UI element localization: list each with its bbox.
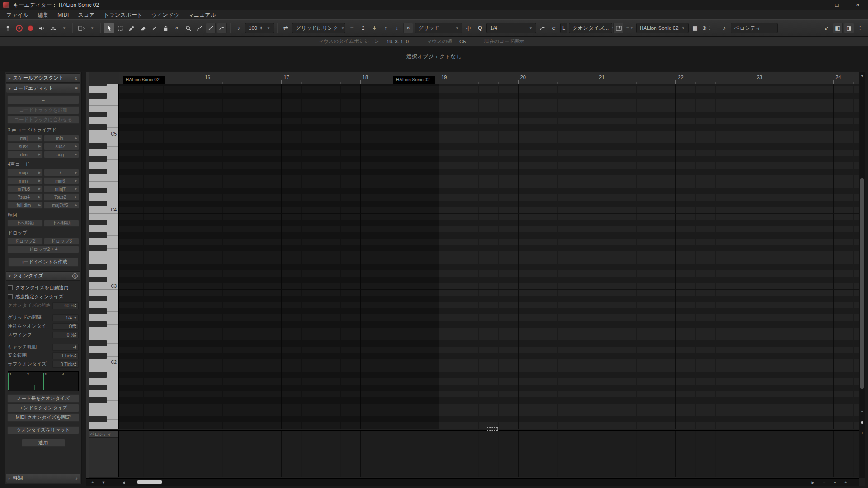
stepper-icon[interactable]: ▲▼ bbox=[260, 26, 262, 30]
piano-key-black[interactable] bbox=[89, 353, 107, 359]
move-down-button[interactable]: ↓ bbox=[392, 23, 402, 33]
draw-tool[interactable] bbox=[127, 23, 137, 33]
chord-maj7s5-button[interactable]: maj7/#5▶ bbox=[44, 202, 80, 209]
event-colors-select[interactable]: ベロシティー bbox=[731, 23, 778, 33]
section-quantize[interactable]: ▾ クオンタイズ Q bbox=[6, 271, 80, 281]
piano-key-black[interactable] bbox=[89, 188, 107, 193]
active-part-select[interactable]: HALion Sonic 02 ▼ bbox=[636, 23, 689, 33]
chord-sus4-button[interactable]: sus4▶ bbox=[7, 143, 43, 150]
piano-key-black[interactable] bbox=[89, 84, 107, 86]
timeline-ruler[interactable]: HALion Sonic 02 HALion Sonic 02 16171819… bbox=[119, 72, 859, 84]
menu-window[interactable]: ウィンドウ bbox=[147, 10, 184, 19]
piano-key-black[interactable] bbox=[89, 416, 107, 422]
stepper-icon[interactable]: ▲▼ bbox=[75, 303, 77, 308]
nudge-start-left-button[interactable]: ↥ bbox=[358, 23, 368, 33]
link-to-grid-select[interactable]: グリッドにリンク ▼ bbox=[292, 23, 345, 33]
menu-midi[interactable]: MIDI bbox=[53, 10, 73, 19]
piano-keyboard[interactable]: C5C4C3C2 bbox=[89, 84, 119, 429]
note-grid[interactable] bbox=[119, 84, 859, 429]
chord-7sus4-button[interactable]: 7sus4▶ bbox=[7, 193, 43, 201]
piano-key-black[interactable] bbox=[89, 169, 107, 174]
independent-track-loop-button[interactable]: ⊕⋮ bbox=[701, 23, 712, 33]
piano-key-black[interactable] bbox=[89, 321, 107, 327]
piano-key-black[interactable] bbox=[89, 277, 107, 282]
catch-range-field[interactable]: -▲▼ bbox=[52, 344, 79, 351]
time-warp-tool[interactable] bbox=[206, 23, 216, 33]
stepper-icon[interactable]: ▲▼ bbox=[75, 362, 77, 366]
piano-key-black[interactable] bbox=[89, 308, 107, 314]
velocity-lane[interactable] bbox=[119, 430, 859, 477]
menu-edit[interactable]: 編集 bbox=[33, 10, 53, 19]
piano-key-black[interactable] bbox=[89, 385, 107, 390]
follow-chord-track-button[interactable]: コードトラックに合わせる bbox=[7, 116, 79, 124]
piano-key-black[interactable] bbox=[89, 143, 107, 149]
chord-7sus2-button[interactable]: 7sus2▶ bbox=[44, 193, 80, 201]
piano-key-black[interactable] bbox=[89, 220, 107, 225]
create-chord-event-button[interactable]: コードイベントを作成 bbox=[8, 258, 78, 267]
rough-quantize-field[interactable]: 0 Ticks▲▼ bbox=[52, 361, 79, 368]
insert-velocity-field[interactable]: 100 ▲▼ ▼ bbox=[245, 23, 274, 33]
move-up-button[interactable]: 上へ移動 bbox=[7, 220, 43, 227]
section-transpose[interactable]: ▸ 移調 ♪ bbox=[6, 474, 80, 483]
h-zoom-preset-button[interactable]: + bbox=[89, 479, 96, 486]
toolbar-setup-button[interactable]: ⋮ bbox=[855, 23, 865, 33]
vertical-scrollbar[interactable]: ▼ − + bbox=[859, 72, 865, 486]
chord-sus2-button[interactable]: sus2▶ bbox=[44, 143, 80, 150]
mute-tool[interactable]: × bbox=[172, 23, 182, 33]
v-zoom-slider[interactable] bbox=[861, 421, 863, 424]
snap-toggle-button[interactable]: × bbox=[403, 23, 413, 33]
stepper-icon[interactable]: ▲▼ bbox=[75, 345, 77, 349]
window-zones-button[interactable]: ↙ bbox=[821, 23, 831, 33]
event-colors-icon-button[interactable]: ♪ bbox=[719, 23, 729, 33]
velocity-lane-label[interactable]: ベロシティー bbox=[89, 431, 118, 438]
piano-key-black[interactable] bbox=[89, 201, 107, 206]
menu-score[interactable]: スコア bbox=[73, 10, 99, 19]
line-tool[interactable] bbox=[194, 23, 204, 33]
iterative-quantize-button[interactable] bbox=[538, 23, 547, 33]
swing-field[interactable]: 0 %▲▼ bbox=[52, 332, 79, 338]
pin-button[interactable] bbox=[3, 23, 13, 33]
quantize-ends-button[interactable]: エンドをクオンタイズ bbox=[7, 404, 79, 412]
chord-maj7-button[interactable]: maj7▶ bbox=[7, 169, 43, 176]
curve-tool[interactable] bbox=[217, 23, 227, 33]
object-selection-tool[interactable] bbox=[104, 23, 114, 33]
ruler-options-button[interactable]: ▼ bbox=[859, 72, 865, 80]
stepper-icon[interactable]: ▲▼ bbox=[75, 324, 77, 328]
menu-file[interactable]: ファイル bbox=[2, 10, 33, 19]
split-tool[interactable] bbox=[149, 23, 159, 33]
v-zoom-in-button[interactable]: + bbox=[859, 429, 865, 436]
piano-key-black[interactable] bbox=[89, 296, 107, 301]
h-zoom-out-button[interactable]: − bbox=[821, 479, 828, 486]
menu-manual[interactable]: マニュアル bbox=[184, 10, 220, 19]
event-list-button[interactable]: ≡ bbox=[347, 23, 357, 33]
menu-transport[interactable]: トランスポート bbox=[99, 10, 147, 19]
h-scroll-thumb[interactable] bbox=[137, 480, 162, 484]
grid-overlay-button[interactable]: ▦ bbox=[690, 23, 700, 33]
chord-maj-button[interactable]: maj▶ bbox=[7, 135, 43, 142]
record-in-editor-button[interactable] bbox=[25, 23, 35, 33]
move-down-button[interactable]: 下へ移動 bbox=[44, 220, 80, 227]
piano-key-black[interactable] bbox=[89, 264, 107, 270]
quantize-note-length-button[interactable]: ノート長をクオンタイズ bbox=[7, 394, 79, 403]
glue-tool[interactable] bbox=[160, 23, 170, 33]
v-zoom-out-button[interactable]: − bbox=[859, 408, 865, 415]
quantize-panel-button[interactable]: e bbox=[549, 23, 559, 33]
auto-apply-checkbox[interactable] bbox=[8, 285, 13, 290]
scroll-left-button[interactable]: ◀ bbox=[120, 479, 127, 486]
stepper-icon[interactable]: ▲▼ bbox=[75, 353, 77, 358]
nudge-start-right-button[interactable]: ↧ bbox=[369, 23, 379, 33]
piano-key-black[interactable] bbox=[89, 340, 107, 346]
reset-quantize-button[interactable]: クオンタイズをリセット bbox=[7, 426, 79, 434]
section-chord-edit[interactable]: ▾ コードエディット ≡ bbox=[6, 84, 80, 93]
grid-spacing-select[interactable]: 1/4▼ bbox=[52, 314, 79, 321]
link-grid-icon-button[interactable]: ⇄ bbox=[281, 23, 291, 33]
piano-key-black[interactable] bbox=[89, 232, 107, 238]
auto-scroll-options-button[interactable]: ▼ bbox=[87, 23, 97, 33]
h-zoom-in-button[interactable]: + bbox=[842, 479, 849, 486]
chord-min6-button[interactable]: min6▶ bbox=[44, 177, 80, 184]
part-chip[interactable]: HALion Sonic 02 bbox=[123, 76, 165, 84]
grid-type-select[interactable]: グリッド ▼ bbox=[415, 23, 462, 33]
step-input-options-button[interactable]: ▼ bbox=[59, 23, 69, 33]
h-zoom-slider[interactable]: ● bbox=[831, 479, 839, 486]
piano-key-black[interactable] bbox=[89, 397, 107, 403]
